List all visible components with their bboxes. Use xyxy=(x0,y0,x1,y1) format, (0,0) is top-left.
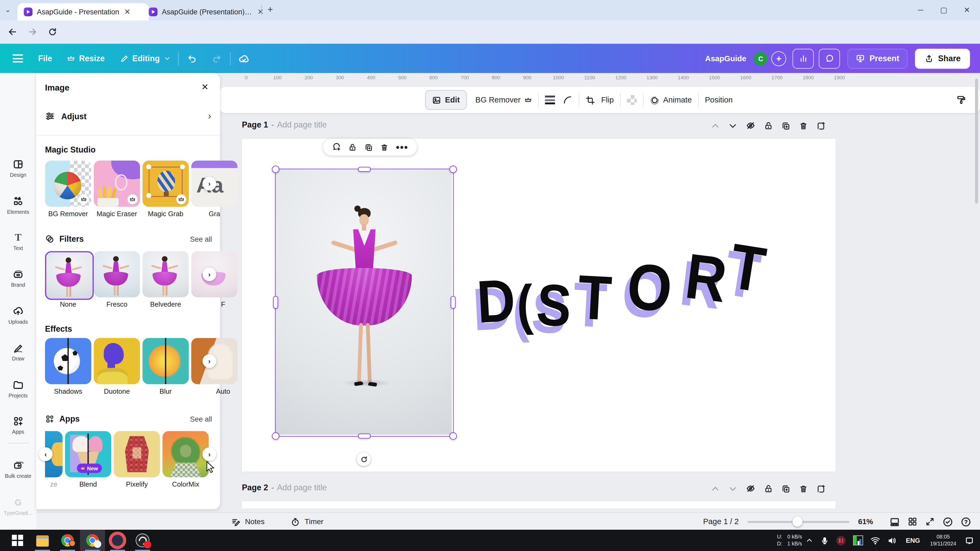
app-pixelify[interactable] xyxy=(114,431,160,477)
undo-icon[interactable] xyxy=(178,53,204,64)
lock-page-icon[interactable] xyxy=(764,121,773,130)
back-icon[interactable] xyxy=(8,27,18,37)
workspace-name[interactable]: AsapGuide xyxy=(698,54,754,63)
sidebar-item-typegradient[interactable]: G TypeGradi... xyxy=(0,496,36,516)
wifi-icon[interactable] xyxy=(871,536,880,545)
adjust-row[interactable]: Adjust › xyxy=(45,110,211,122)
selection-handle-top[interactable] xyxy=(358,167,371,172)
transparency-icon[interactable] xyxy=(627,95,637,105)
user-avatar[interactable]: C xyxy=(754,52,768,65)
tab-close-icon[interactable]: ✕ xyxy=(124,8,130,16)
tray-app-icon[interactable] xyxy=(853,535,863,545)
sidebar-item-brand[interactable]: co Brand xyxy=(0,268,36,288)
browser-tab-2[interactable]: AsapGuide (Presentation) - You ✕ xyxy=(142,3,270,21)
adjust-lines-icon[interactable] xyxy=(545,95,555,104)
taskbar-file-explorer[interactable] xyxy=(30,530,55,551)
file-menu[interactable]: File xyxy=(30,54,60,63)
start-button[interactable] xyxy=(5,530,30,551)
tab-search-chevron-icon[interactable]: ⌄ xyxy=(5,6,11,14)
resize-menu[interactable]: Resize xyxy=(60,54,112,63)
page-title-placeholder[interactable]: Add page title xyxy=(277,120,327,129)
move-page-down-icon[interactable] xyxy=(728,121,737,130)
selection-handle-nw[interactable] xyxy=(272,165,279,173)
edit-image-button[interactable]: Edit xyxy=(425,90,466,110)
app-blend[interactable]: New xyxy=(65,431,111,477)
recording-paused-icon[interactable] xyxy=(837,536,846,545)
filters-scroll-right-icon[interactable]: › xyxy=(202,267,216,281)
lock-element-icon[interactable] xyxy=(348,143,357,151)
new-tab-button[interactable]: + xyxy=(267,4,273,14)
notification-center-icon[interactable] xyxy=(965,536,974,545)
share-button[interactable]: Share xyxy=(915,48,970,68)
selection-handle-bottom[interactable] xyxy=(358,433,371,439)
hide-page-icon[interactable] xyxy=(746,484,756,494)
canvas-scrollbar[interactable] xyxy=(975,76,978,507)
browser-tab-1[interactable]: AsapGuide - Presentation ✕ xyxy=(18,3,149,21)
zoom-level[interactable]: 61% xyxy=(858,517,873,526)
rotate-handle[interactable] xyxy=(357,452,371,466)
clock[interactable]: 08:0519/11/2024 xyxy=(930,534,956,547)
lock-page-icon[interactable] xyxy=(764,484,773,493)
app-colormix[interactable] xyxy=(162,431,209,477)
more-options-icon[interactable]: ••• xyxy=(396,141,408,153)
move-page-up-icon[interactable] xyxy=(711,484,720,493)
main-menu-icon[interactable] xyxy=(0,54,30,62)
apps-see-all[interactable]: See all xyxy=(190,416,212,423)
page2-canvas[interactable] xyxy=(242,501,836,508)
selection-handle-ne[interactable] xyxy=(449,165,457,173)
copy-style-icon[interactable] xyxy=(956,95,966,105)
sidebar-item-draw[interactable]: Draw xyxy=(0,342,36,362)
apps-scroll-left-icon[interactable]: ‹ xyxy=(39,447,53,461)
selection-handle-right[interactable] xyxy=(450,296,456,308)
panel-close-icon[interactable]: ✕ xyxy=(201,82,209,92)
duplicate-element-icon[interactable] xyxy=(364,143,373,151)
grid-view-icon[interactable] xyxy=(889,516,900,527)
zoom-slider-knob[interactable] xyxy=(792,516,803,527)
sidebar-item-elements[interactable]: Elements xyxy=(0,195,36,215)
taskbar-obs[interactable] xyxy=(130,530,155,551)
apps-scroll-right-icon[interactable]: › xyxy=(202,447,216,461)
microphone-icon[interactable] xyxy=(821,536,829,545)
add-page-icon[interactable] xyxy=(816,121,826,130)
window-maximize-button[interactable]: ▢ xyxy=(933,0,955,20)
filters-see-all[interactable]: See all xyxy=(190,236,212,243)
status-check-icon[interactable] xyxy=(942,516,953,527)
animate-button[interactable]: Animate xyxy=(650,95,692,105)
editing-mode-menu[interactable]: Editing xyxy=(112,54,178,63)
sidebar-item-projects[interactable]: Projects xyxy=(0,378,36,399)
page-title-placeholder[interactable]: Add page title xyxy=(277,483,327,492)
add-member-button[interactable]: + xyxy=(771,51,786,66)
delete-page-icon[interactable] xyxy=(799,484,808,493)
position-button[interactable]: Position xyxy=(705,95,733,104)
reload-icon[interactable] xyxy=(48,27,57,37)
sidebar-item-apps[interactable]: Apps xyxy=(0,415,36,435)
tool-magic-eraser[interactable] xyxy=(94,160,140,207)
sidebar-item-design[interactable]: Design xyxy=(0,158,36,178)
tray-expand-icon[interactable] xyxy=(806,537,813,544)
delete-page-icon[interactable] xyxy=(799,121,808,130)
tab-close-icon[interactable]: ✕ xyxy=(258,8,264,16)
sidebar-item-bulk-create[interactable]: Bulk create xyxy=(0,459,36,479)
filter-fresco[interactable] xyxy=(94,251,140,297)
zoom-slider[interactable] xyxy=(748,521,850,522)
help-icon[interactable]: ? xyxy=(961,516,971,527)
curve-icon[interactable] xyxy=(562,95,573,105)
effects-scroll-right-icon[interactable]: › xyxy=(202,354,216,368)
sidebar-item-text[interactable]: T Text xyxy=(0,231,36,251)
redo-icon[interactable] xyxy=(204,53,230,64)
tool-bg-remover[interactable] xyxy=(45,160,91,207)
effect-blur[interactable] xyxy=(142,338,189,384)
window-minimize-button[interactable]: ─ xyxy=(910,0,931,20)
filter-belvedere[interactable] xyxy=(142,251,189,297)
crop-icon[interactable] xyxy=(585,95,595,105)
notes-button[interactable]: Notes xyxy=(231,517,264,526)
language-indicator[interactable]: ENG xyxy=(906,537,920,544)
taskbar-chrome-1[interactable] xyxy=(55,530,80,551)
insights-button[interactable] xyxy=(792,48,814,68)
forward-icon[interactable] xyxy=(27,27,38,37)
filter-none[interactable] xyxy=(45,251,94,300)
add-page-icon[interactable] xyxy=(816,484,826,493)
comments-button[interactable] xyxy=(819,48,840,68)
effect-duotone[interactable] xyxy=(94,338,140,384)
selection-handle-sw[interactable] xyxy=(272,432,279,440)
